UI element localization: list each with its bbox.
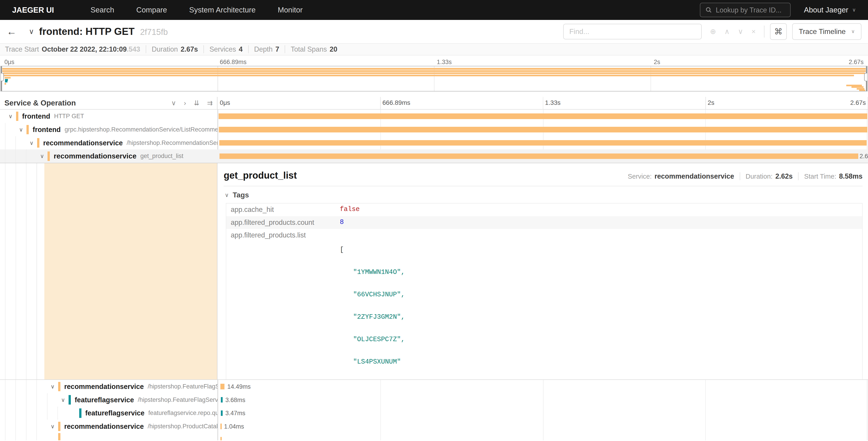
trace-id-search[interactable] bbox=[700, 3, 790, 17]
span-row-featureflag-parent[interactable]: ∨ recommendationservice /hipstershop.Fea… bbox=[0, 380, 868, 393]
trace-header-actions: ⊕ ∧ ∨ × ⌘ Trace Timeline ∨ bbox=[563, 23, 861, 40]
chevron-down-icon[interactable]: ∨ bbox=[36, 153, 48, 159]
collapse-all-icon[interactable]: ⇊ bbox=[194, 99, 199, 107]
span-label[interactable]: featureflagservice featureflagservice.re… bbox=[0, 407, 217, 420]
summary-total-spans: Total Spans 20 bbox=[285, 45, 337, 53]
span-duration-label: 14.49ms bbox=[227, 383, 251, 390]
span-bar-track[interactable] bbox=[217, 123, 868, 136]
prev-result-icon[interactable]: ∧ bbox=[724, 27, 730, 36]
operation-name: grpc.hipstershop.RecommendationService/L… bbox=[64, 126, 217, 133]
span-label[interactable]: ∨ recommendationservice get_product_list bbox=[0, 149, 217, 163]
tag-value: 8 bbox=[340, 216, 344, 228]
next-result-icon[interactable]: ∨ bbox=[738, 27, 743, 36]
ruler-tick-label: 1.33s bbox=[545, 99, 561, 107]
collapse-one-icon[interactable]: ∨ bbox=[171, 99, 176, 107]
operation-name: HTTP GET bbox=[54, 113, 84, 120]
minimap-span-bar bbox=[2, 68, 866, 69]
trace-view-select[interactable]: Trace Timeline ∨ bbox=[792, 23, 862, 40]
span-bar[interactable] bbox=[221, 410, 223, 416]
span-detail-panel: get_product_list Service: recommendation… bbox=[217, 163, 868, 379]
indent-guide bbox=[5, 420, 16, 433]
span-label[interactable]: ∨ recommendationservice /hipstershop.Pro… bbox=[0, 420, 217, 433]
chevron-down-icon[interactable]: ∨ bbox=[58, 396, 68, 403]
span-bar[interactable] bbox=[219, 140, 867, 146]
trace-collapse-chevron-icon[interactable]: ∨ bbox=[29, 27, 34, 36]
span-bar[interactable] bbox=[219, 127, 867, 132]
ruler-tick-label: 0μs bbox=[220, 99, 230, 107]
clear-search-icon[interactable]: × bbox=[751, 27, 756, 36]
tags-accordion-toggle[interactable]: ∨ Tags bbox=[225, 191, 862, 199]
span-row-featureflagservice-get[interactable]: ∨ featureflagservice /hipstershop.Featur… bbox=[0, 393, 868, 407]
minimap-span-bar bbox=[851, 86, 864, 88]
span-row-partial[interactable] bbox=[0, 433, 868, 440]
span-label[interactable]: ∨ frontend HTTP GET bbox=[0, 110, 217, 123]
indent-guide bbox=[36, 163, 37, 379]
minimap-left-handle[interactable] bbox=[0, 73, 4, 81]
timeline-body: ∨ frontend HTTP GET ∨ frontend grpc.hips… bbox=[0, 110, 868, 440]
span-accent-block[interactable] bbox=[44, 163, 217, 379]
service-color-bar bbox=[37, 138, 39, 148]
minimap-tick: 666.89ms bbox=[220, 59, 246, 66]
span-row-frontend-grpc[interactable]: ∨ frontend grpc.hipstershop.Recommendati… bbox=[0, 123, 868, 136]
span-row-get-product-list[interactable]: ∨ recommendationservice get_product_list… bbox=[0, 149, 868, 163]
span-bar-track[interactable] bbox=[217, 110, 868, 123]
chevron-down-icon[interactable]: ∨ bbox=[26, 140, 37, 146]
span-row-product-catalog[interactable]: ∨ recommendationservice /hipstershop.Pro… bbox=[0, 420, 868, 433]
indent-guide bbox=[58, 407, 68, 420]
trace-id-search-input[interactable] bbox=[716, 6, 785, 14]
span-label[interactable]: ∨ frontend grpc.hipstershop.Recommendati… bbox=[0, 123, 217, 136]
indent-guide bbox=[47, 393, 58, 407]
span-bar[interactable] bbox=[219, 153, 858, 159]
chevron-down-icon[interactable]: ∨ bbox=[47, 383, 58, 390]
meta-duration: Duration: 2.62s bbox=[740, 172, 793, 180]
find-input[interactable] bbox=[563, 24, 702, 39]
about-jaeger-menu[interactable]: About Jaeger ∨ bbox=[804, 6, 856, 14]
span-detail-indent bbox=[0, 163, 217, 379]
minimap-right-handle[interactable] bbox=[864, 73, 867, 81]
nav-item-search[interactable]: Search bbox=[80, 0, 125, 20]
tag-key: app.filtered_products.list bbox=[226, 229, 340, 241]
minimap-span-bar bbox=[2, 70, 866, 72]
span-label[interactable]: ∨ recommendationservice /hipstershop.Fea… bbox=[0, 380, 217, 393]
span-bar[interactable] bbox=[220, 437, 222, 440]
indent-guide bbox=[16, 136, 26, 150]
zoom-in-icon[interactable]: ⊕ bbox=[710, 27, 716, 36]
indent-guide bbox=[5, 393, 16, 407]
span-bar[interactable] bbox=[219, 113, 867, 119]
nav-item-system-architecture[interactable]: System Architecture bbox=[178, 0, 267, 20]
brand-jaeger-ui[interactable]: JAEGER UI bbox=[12, 6, 54, 14]
keyboard-shortcuts-button[interactable]: ⌘ bbox=[770, 23, 786, 40]
ruler-tick-line bbox=[543, 97, 543, 109]
span-row-recommendation-list[interactable]: ∨ recommendationservice /hipstershop.Rec… bbox=[0, 136, 868, 150]
span-row-featureflagservice-repo-query[interactable]: featureflagservice featureflagservice.re… bbox=[0, 407, 868, 420]
operation-name: /hipstershop.RecommendationService/Lis..… bbox=[127, 140, 218, 146]
span-bar-track[interactable]: 14.49ms bbox=[217, 380, 868, 393]
timeline-header-left: Service & Operation ∨ › ⇊ ⇉ bbox=[0, 97, 217, 109]
span-bar-track[interactable] bbox=[217, 433, 868, 440]
span-bar[interactable] bbox=[220, 423, 221, 429]
span-bar[interactable] bbox=[221, 397, 223, 403]
span-label[interactable]: ∨ recommendationservice /hipstershop.Rec… bbox=[0, 136, 217, 150]
chevron-down-icon[interactable]: ∨ bbox=[16, 126, 27, 133]
expand-one-icon[interactable]: › bbox=[184, 99, 186, 107]
nav-item-monitor[interactable]: Monitor bbox=[267, 0, 314, 20]
span-label[interactable] bbox=[0, 433, 217, 440]
span-row-frontend-http-get[interactable]: ∨ frontend HTTP GET bbox=[0, 110, 868, 123]
span-bar-track[interactable] bbox=[217, 136, 868, 150]
chevron-down-icon[interactable]: ∨ bbox=[47, 423, 58, 430]
span-bar-track[interactable]: 2.62s bbox=[217, 149, 868, 163]
indent-guide bbox=[5, 149, 16, 163]
span-bar-track[interactable]: 3.47ms bbox=[217, 407, 868, 420]
span-bar-track[interactable]: 3.68ms bbox=[217, 393, 868, 407]
expand-all-icon[interactable]: ⇉ bbox=[207, 99, 213, 107]
minimap-canvas[interactable] bbox=[0, 66, 867, 91]
span-label[interactable]: ∨ featureflagservice /hipstershop.Featur… bbox=[0, 393, 217, 407]
service-name: frontend bbox=[22, 112, 50, 120]
nav-item-compare[interactable]: Compare bbox=[125, 0, 178, 20]
tag-key: app.filtered_products.count bbox=[226, 216, 340, 229]
chevron-down-icon[interactable]: ∨ bbox=[5, 113, 16, 120]
span-bar-track[interactable]: 1.04ms bbox=[217, 420, 868, 433]
service-color-bar bbox=[27, 125, 29, 135]
span-bar[interactable] bbox=[220, 384, 224, 389]
back-button[interactable]: ← bbox=[6, 26, 23, 37]
